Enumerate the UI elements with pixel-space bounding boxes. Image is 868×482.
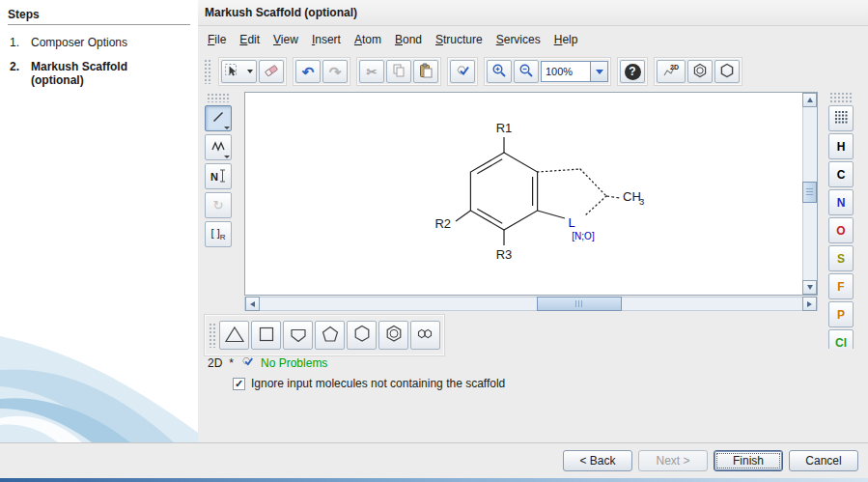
clean-2d-button[interactable]: 2D	[657, 60, 686, 83]
aromatic-ring-display-button[interactable]	[687, 60, 713, 83]
atom-label: N	[210, 171, 218, 183]
zoom-dropdown-button[interactable]	[591, 61, 608, 82]
finish-button[interactable]: Finish	[714, 450, 783, 471]
menu-services[interactable]: Services	[490, 31, 547, 50]
bracket-label: [ ]	[211, 227, 220, 239]
step-number: 2.	[10, 60, 31, 87]
element-button-cl[interactable]: Cl	[828, 329, 854, 349]
cyclohexane-template-button[interactable]	[347, 321, 377, 350]
steps-panel: Steps 1. Composer Options 2. Markush Sca…	[0, 0, 198, 442]
horizontal-scrollbar-thumb[interactable]	[537, 297, 622, 311]
scroll-down-button[interactable]	[802, 280, 817, 295]
undo-button[interactable]: ↶	[295, 60, 321, 83]
zoom-out-button[interactable]	[514, 60, 539, 83]
dotted-ring-bonds	[538, 169, 606, 215]
paste-button[interactable]	[413, 60, 438, 83]
vertical-scrollbar[interactable]	[802, 93, 817, 295]
cut-button[interactable]: ✂	[359, 60, 384, 83]
help-group: ?	[617, 57, 648, 86]
back-button[interactable]: < Back	[563, 450, 632, 471]
menu-bond[interactable]: Bond	[388, 31, 429, 50]
horizontal-scrollbar[interactable]	[244, 297, 818, 311]
undo-redo-group: ↶ ↷	[293, 57, 350, 86]
element-toolbar: H C N O S F P Cl	[827, 92, 854, 349]
toolbar-drag-handle[interactable]	[204, 59, 212, 84]
chain-tool-button[interactable]	[205, 134, 232, 160]
r1-label: R1	[496, 121, 513, 135]
menu-view[interactable]: View	[266, 31, 305, 50]
vertical-scrollbar-thumb[interactable]	[802, 182, 817, 203]
ignore-molecules-label: Ignore input molecules not containing th…	[251, 377, 505, 390]
main-toolbar: ↶ ↷ ✂	[204, 55, 742, 88]
menu-help[interactable]: Help	[547, 31, 585, 50]
molecule-canvas[interactable]: R1 R2 R3 CH 3 L [N;O]	[244, 92, 818, 296]
periodic-table-icon	[834, 110, 848, 127]
square-ring-icon	[256, 324, 277, 348]
menu-file[interactable]: File	[201, 31, 233, 50]
zoom-out-icon	[518, 63, 534, 81]
wizard-footer: < Back Next > Finish Cancel	[0, 442, 868, 478]
redo-icon: ↷	[329, 65, 342, 79]
page-title: Markush Scaffold (optional)	[198, 0, 868, 26]
structure-check-icon	[455, 63, 470, 81]
element-button-p[interactable]: P	[828, 301, 854, 327]
content-panel: Markush Scaffold (optional) File Edit Vi…	[198, 0, 868, 442]
menu-structure[interactable]: Structure	[429, 31, 490, 50]
toolbar-drag-handle[interactable]	[209, 323, 217, 348]
toolbar-drag-handle[interactable]	[829, 92, 853, 103]
cyclopropane-template-button[interactable]	[219, 321, 249, 350]
eraser-tool-button[interactable]	[259, 60, 284, 83]
wizard-window: Steps 1. Composer Options 2. Markush Sca…	[0, 0, 868, 482]
element-button-o[interactable]: O	[828, 217, 854, 243]
element-button-n[interactable]: N	[828, 189, 854, 215]
element-button-f[interactable]: F	[828, 273, 854, 299]
bond-tool-button[interactable]	[205, 105, 232, 131]
redo-button[interactable]: ↷	[322, 60, 348, 83]
cyclopentadiene-template-button[interactable]	[283, 321, 313, 350]
decorative-swoosh-graphic	[0, 298, 198, 442]
svg-text:2D: 2D	[670, 64, 679, 71]
benzene-ring-icon	[383, 324, 405, 348]
menu-insert[interactable]: Insert	[305, 31, 348, 50]
structure-check-status-icon[interactable]	[240, 354, 254, 371]
chevron-down-icon	[596, 70, 603, 74]
atom-text-tool-button[interactable]: N	[205, 163, 232, 189]
zoom-value-field[interactable]: 100%	[541, 61, 591, 82]
periodic-table-button[interactable]	[828, 105, 854, 131]
zoom-in-button[interactable]	[487, 60, 512, 83]
scroll-up-button[interactable]	[802, 93, 817, 107]
element-button-h[interactable]: H	[828, 133, 854, 159]
next-button[interactable]: Next >	[638, 450, 708, 471]
kekule-ring-display-button[interactable]	[714, 60, 740, 83]
element-button-c[interactable]: C	[828, 161, 854, 187]
structure-checker-button[interactable]	[450, 60, 475, 83]
scroll-left-button[interactable]	[245, 297, 260, 311]
display-options-group: 2D	[654, 57, 742, 86]
dimension-mode-label: 2D	[208, 356, 222, 370]
cancel-button[interactable]: Cancel	[789, 450, 858, 471]
triangle-up-icon	[807, 98, 813, 102]
copy-button[interactable]	[386, 60, 411, 83]
select-tool-button[interactable]	[221, 60, 257, 83]
cyclobutane-template-button[interactable]	[251, 321, 281, 350]
toolbar-drag-handle[interactable]	[207, 93, 230, 102]
group-bracket-tool-button[interactable]: [ ]R	[205, 221, 232, 247]
menu-atom[interactable]: Atom	[348, 31, 388, 50]
markush-scaffold-structure[interactable]: R1 R2 R3 CH 3 L [N;O]	[245, 93, 804, 295]
reaction-tool-button[interactable]: ↻	[205, 192, 232, 218]
element-button-s[interactable]: S	[828, 245, 854, 271]
help-icon: ?	[625, 64, 641, 80]
ignore-molecules-checkbox[interactable]: ✓	[233, 378, 245, 390]
step-item-composer-options: 1. Composer Options	[10, 36, 192, 49]
decorative-bottom-strip	[0, 478, 868, 482]
menu-edit[interactable]: Edit	[233, 31, 266, 50]
benzene-template-button[interactable]	[378, 321, 408, 350]
help-button[interactable]: ?	[620, 60, 645, 83]
single-bond-icon	[210, 109, 226, 128]
cyclopentane-template-button[interactable]	[315, 321, 345, 350]
naphthalene-template-button[interactable]	[410, 321, 440, 350]
scroll-right-button[interactable]	[802, 297, 817, 311]
methyl-subscript: 3	[639, 196, 644, 207]
r2-label: R2	[434, 216, 451, 231]
modified-indicator: *	[229, 356, 234, 370]
